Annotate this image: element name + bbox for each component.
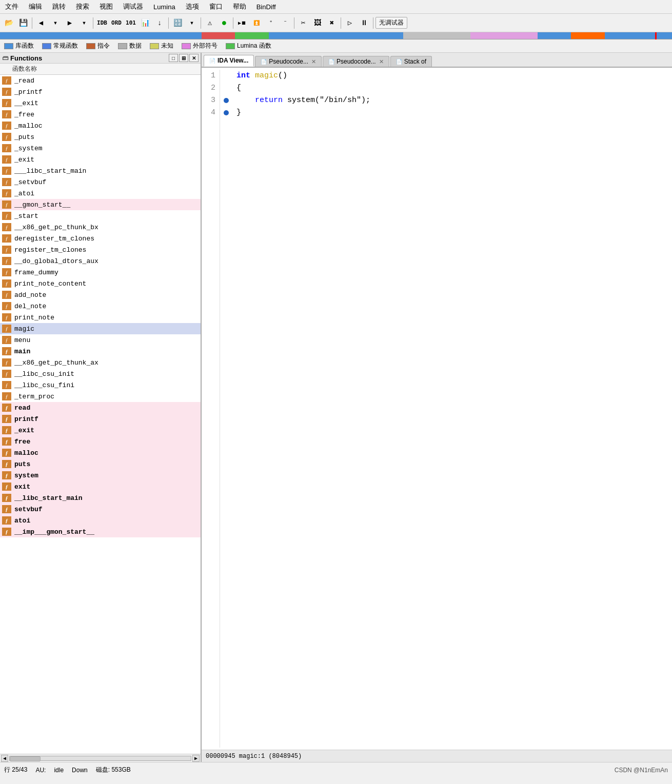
panel-close-btn[interactable]: ✕ <box>189 54 199 62</box>
image-btn[interactable]: 🖼 <box>311 16 324 30</box>
menu-options[interactable]: 选项 <box>183 1 202 12</box>
func-list[interactable]: ƒ_readƒ_printfƒ__exitƒ_freeƒ_mallocƒ_put… <box>0 75 201 754</box>
breakpoint-4[interactable] <box>224 110 229 115</box>
func-item[interactable]: ƒ_free <box>0 109 201 120</box>
func-item[interactable]: ƒ_read <box>0 75 201 86</box>
func-item[interactable]: ƒmain <box>0 346 201 357</box>
h-scroll-left[interactable]: ◀ <box>1 755 8 762</box>
scissors-btn[interactable]: ✂ <box>297 16 310 30</box>
tab-close-1[interactable]: ✕ <box>311 58 316 65</box>
menu-edit[interactable]: 编辑 <box>26 1 45 12</box>
func-item[interactable]: ƒ_malloc <box>0 120 201 131</box>
func-item[interactable]: ƒ__do_global_dtors_aux <box>0 255 201 267</box>
func-item[interactable]: ƒ__x86_get_pc_thunk_ax <box>0 357 201 368</box>
nav-button[interactable]: 🔡 <box>171 16 184 30</box>
tab-2[interactable]: 📄Pseudocode...✕ <box>323 56 389 67</box>
run-button[interactable]: ● <box>218 16 231 30</box>
func-item[interactable]: ƒ_printf <box>0 86 201 97</box>
func-item[interactable]: ƒ_system <box>0 143 201 154</box>
panel-float-btn[interactable]: ⊞ <box>179 54 188 62</box>
breakpoint-3[interactable] <box>224 98 229 103</box>
panel-restore-btn[interactable]: □ <box>169 54 178 62</box>
h-scroll-right[interactable]: ▶ <box>192 755 200 762</box>
func-item[interactable]: ƒ_atoi <box>0 188 201 199</box>
open-button[interactable]: 📂 <box>2 16 15 30</box>
legend-normal: 常规函数 <box>42 42 78 50</box>
h-scroll-thumb[interactable] <box>10 756 41 761</box>
step-into-button[interactable]: ⏫ <box>250 16 263 30</box>
func-item[interactable]: ƒ_exit <box>0 154 201 165</box>
func-item[interactable]: ƒmagic <box>0 323 201 334</box>
func-item[interactable]: ƒ__exit <box>0 97 201 109</box>
func-item[interactable]: ƒread <box>0 402 201 413</box>
func-item[interactable]: ƒ_start <box>0 210 201 222</box>
menu-window[interactable]: 窗口 <box>206 1 226 12</box>
alert-button[interactable]: ⚠️ <box>203 16 216 30</box>
no-debugger-btn[interactable]: 无调试器 <box>375 17 407 29</box>
h-scroll-track[interactable] <box>9 756 191 761</box>
func-item[interactable]: ƒ_exit <box>0 425 201 436</box>
func-name: deregister_tm_clones <box>14 235 94 243</box>
func-item[interactable]: ƒatoi <box>0 515 201 526</box>
menu-goto[interactable]: 跳转 <box>49 1 69 12</box>
func-item[interactable]: ƒexit <box>0 481 201 492</box>
names-button[interactable]: 101 <box>124 16 137 30</box>
plus-btn[interactable]: ⁺ <box>264 16 278 30</box>
func-item[interactable]: ƒdel_note <box>0 300 201 312</box>
tab-3[interactable]: 📄Stack of <box>390 56 432 67</box>
func-item[interactable]: ƒ___libc_start_main <box>0 165 201 176</box>
tab-close-2[interactable]: ✕ <box>379 58 384 65</box>
cross-ref-button[interactable]: ↓ <box>153 16 166 30</box>
forward-dropdown[interactable]: ▾ <box>77 16 91 30</box>
func-item[interactable]: ƒprint_note <box>0 312 201 323</box>
code-content[interactable]: 1 2 3 4 int ma <box>202 68 672 750</box>
func-item[interactable]: ƒ_term_proc <box>0 391 201 402</box>
func-item[interactable]: ƒfree <box>0 436 201 447</box>
func-item[interactable]: ƒsystem <box>0 470 201 481</box>
menu-debugger[interactable]: 调试器 <box>120 1 146 12</box>
tab-0[interactable]: 📄IDA View... <box>204 55 254 67</box>
forward-button[interactable]: ▶ <box>63 16 76 30</box>
func-item[interactable]: ƒderegister_tm_clones <box>0 233 201 244</box>
func-icon: ƒ <box>2 223 11 231</box>
func-item[interactable]: ƒ__libc_csu_fini <box>0 379 201 391</box>
func-item[interactable]: ƒframe_dummy <box>0 267 201 278</box>
func-item[interactable]: ƒprint_note_content <box>0 278 201 289</box>
save-button[interactable]: 💾 <box>16 16 30 30</box>
back-button[interactable]: ◀ <box>34 16 48 30</box>
func-item[interactable]: ƒ__libc_csu_init <box>0 368 201 379</box>
nav-dropdown[interactable]: ▾ <box>185 16 199 30</box>
tab-1[interactable]: 📄Pseudocode...✕ <box>255 56 322 67</box>
menu-lumina[interactable]: Lumina <box>150 2 179 12</box>
menu-view[interactable]: 视图 <box>96 1 116 12</box>
func-item[interactable]: ƒ_puts <box>0 131 201 143</box>
func-item[interactable]: ƒ__gmon_start__ <box>0 199 201 210</box>
legend-data-color <box>118 43 127 49</box>
status-text: idle <box>54 767 64 774</box>
menu-search[interactable]: 搜索 <box>73 1 92 12</box>
menu-file[interactable]: 文件 <box>2 1 22 12</box>
func-name: free <box>14 438 30 446</box>
func-item[interactable]: ƒ__imp___gmon_start__ <box>0 526 201 537</box>
stop-btn[interactable]: ✖ <box>325 16 339 30</box>
back-dropdown[interactable]: ▾ <box>49 16 62 30</box>
func-item[interactable]: ƒprintf <box>0 413 201 425</box>
graph-button[interactable]: 📊 <box>139 16 152 30</box>
func-item[interactable]: ƒregister_tm_clones <box>0 244 201 255</box>
func-item[interactable]: ƒmalloc <box>0 447 201 458</box>
play-btn[interactable]: ▷ <box>343 16 357 30</box>
minus-btn[interactable]: ⁻ <box>279 16 292 30</box>
func-item[interactable]: ƒsetvbuf <box>0 504 201 515</box>
func-item[interactable]: ƒ__x86_get_pc_thunk_bx <box>0 222 201 233</box>
func-item[interactable]: ƒputs <box>0 458 201 470</box>
menu-help[interactable]: 帮助 <box>230 1 249 12</box>
hex-view-button[interactable]: IDB <box>95 16 109 30</box>
func-item[interactable]: ƒmenu <box>0 334 201 346</box>
step-over-button[interactable]: ▶⏹ <box>235 16 249 30</box>
func-item[interactable]: ƒadd_note <box>0 289 201 300</box>
func-item[interactable]: ƒ__libc_start_main <box>0 492 201 504</box>
func-item[interactable]: ƒ_setvbuf <box>0 176 201 188</box>
pause-btn[interactable]: ⏸ <box>358 16 371 30</box>
menu-bindiff[interactable]: BinDiff <box>253 2 279 12</box>
imports-button[interactable]: ORD <box>110 16 123 30</box>
